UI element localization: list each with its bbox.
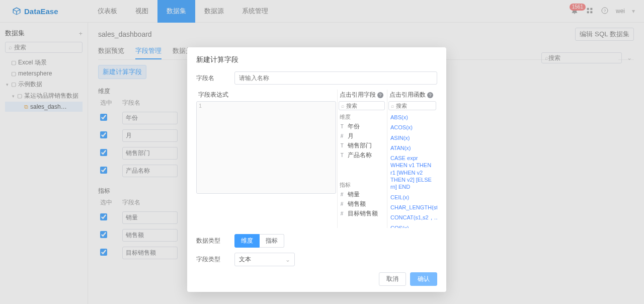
ref-field-item[interactable]: T产品名称 (338, 150, 386, 160)
chevron-down-icon: ⌄ (285, 256, 290, 263)
dialog-title: 新建计算字段 (196, 55, 437, 64)
field-name-label: 字段名 (196, 74, 229, 83)
help-icon[interactable]: ? (377, 92, 383, 98)
func-item[interactable]: CEIL(x) (387, 192, 437, 202)
func-item[interactable]: CONCAT(s1,s2，…) (387, 212, 437, 222)
field-type-select[interactable]: 文本 ⌄ (234, 253, 295, 266)
search-icon: ⌕ (341, 103, 345, 109)
func-search[interactable]: ⌕ (388, 101, 436, 110)
expression-editor[interactable]: 1 (196, 101, 336, 194)
func-item[interactable]: ACOS(x) (387, 122, 437, 132)
dtype-option[interactable]: 维度 (234, 234, 260, 248)
new-field-dialog: 新建计算字段 字段名 字段表达式 1 点击引用字段? ⌕ 维度 T年份#月T销售… (187, 47, 446, 292)
dtype-option[interactable]: 指标 (260, 234, 284, 248)
func-item[interactable]: CASE expr WHEN v1 THEN r1 [WHEN v2 THEN … (387, 153, 437, 192)
expr-label: 字段表达式 (196, 90, 336, 101)
func-item[interactable]: ASIN(x) (387, 133, 437, 143)
ref-field-item[interactable]: #月 (338, 131, 386, 141)
ref-field-item[interactable]: T销售部门 (338, 141, 386, 150)
ref-field-item[interactable]: #销量 (338, 190, 386, 199)
ref-field-search[interactable]: ⌕ (339, 101, 385, 110)
help-icon[interactable]: ? (427, 92, 433, 98)
func-item[interactable]: COS(x) (387, 223, 437, 228)
search-icon: ⌕ (391, 103, 394, 109)
func-item[interactable]: ATAN(x) (387, 143, 437, 153)
line-number: 1 (199, 103, 202, 109)
ref-field-item[interactable]: #销售额 (338, 199, 386, 209)
data-type-toggle[interactable]: 维度指标 (234, 234, 284, 248)
confirm-button[interactable]: 确认 (410, 272, 437, 286)
cancel-button[interactable]: 取消 (379, 272, 406, 286)
func-item[interactable]: CHAR_LENGTH(str) (387, 202, 437, 212)
field-name-input[interactable] (234, 71, 437, 85)
ref-field-item[interactable]: T年份 (338, 122, 386, 131)
func-item[interactable]: ABS(x) (387, 112, 437, 122)
ref-field-item[interactable]: #目标销售额 (338, 209, 386, 218)
